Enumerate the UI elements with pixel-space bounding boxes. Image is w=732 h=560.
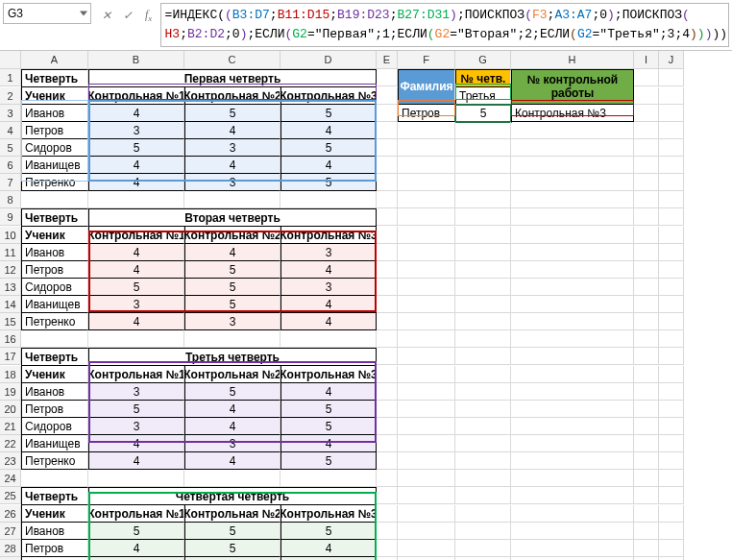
cell-F14[interactable] [398, 296, 455, 313]
cancel-icon[interactable]: ✕ [97, 6, 116, 25]
cell-C8[interactable] [184, 191, 281, 208]
cell-H21[interactable] [511, 418, 634, 435]
col-header-G[interactable]: G [455, 51, 511, 69]
cell-D24[interactable] [281, 470, 377, 487]
cell-H20[interactable] [511, 401, 634, 418]
cell-A10[interactable]: Ученик [21, 227, 88, 244]
cell-J9[interactable] [659, 208, 684, 226]
cell-G28[interactable] [455, 540, 511, 557]
cell-E23[interactable] [377, 452, 398, 470]
cell-G3[interactable]: 5 [455, 105, 511, 122]
cell-J3[interactable] [659, 105, 684, 122]
cell-H3[interactable]: Контрольная №3 [511, 105, 634, 122]
cell-I4[interactable] [634, 122, 659, 139]
cell-I22[interactable] [634, 435, 659, 452]
row-header-7[interactable]: 7 [0, 174, 21, 191]
cell-B20[interactable]: 5 [88, 401, 184, 418]
cell-A25[interactable]: Четверть [21, 487, 88, 505]
cell-D11[interactable]: 3 [281, 244, 377, 261]
row-header-26[interactable]: 26 [0, 505, 21, 523]
cell-H13[interactable] [511, 279, 634, 296]
cell-H27[interactable] [511, 523, 634, 540]
cell-I10[interactable] [634, 227, 659, 244]
cell-A3[interactable]: Иванов [21, 105, 88, 122]
cell-J10[interactable] [659, 227, 684, 244]
cell-A2[interactable]: Ученик [21, 87, 88, 105]
cell-I8[interactable] [634, 191, 659, 208]
cell-E14[interactable] [377, 296, 398, 313]
cell-E24[interactable] [377, 470, 398, 487]
row-header-4[interactable]: 4 [0, 122, 21, 139]
cell-I3[interactable] [634, 105, 659, 122]
cell-G26[interactable] [455, 505, 511, 523]
cell-E17[interactable] [377, 348, 398, 365]
cell-J7[interactable] [659, 174, 684, 191]
cell-B19[interactable]: 3 [88, 383, 184, 401]
cell-C11[interactable]: 4 [184, 244, 281, 261]
fx-icon[interactable]: fx [139, 6, 159, 25]
cell-H19[interactable] [511, 383, 634, 401]
col-header-A[interactable]: A [21, 51, 88, 69]
cell-I11[interactable] [634, 244, 659, 261]
cell-A17[interactable]: Четверть [21, 348, 88, 366]
cell-F22[interactable] [398, 435, 455, 452]
cell-J6[interactable] [659, 157, 684, 174]
cell-D22[interactable]: 4 [281, 435, 377, 452]
cell-J2[interactable] [659, 87, 684, 105]
cell-E9[interactable] [377, 208, 398, 226]
cell-G27[interactable] [455, 523, 511, 540]
cell-D28[interactable]: 4 [281, 540, 377, 557]
cell-B24[interactable] [88, 470, 184, 487]
row-header-20[interactable]: 20 [0, 401, 21, 418]
cell-I7[interactable] [634, 174, 659, 191]
cell-H11[interactable] [511, 244, 634, 261]
cell-H8[interactable] [511, 191, 634, 208]
cell-B25[interactable]: Четвертая четверть [88, 487, 377, 505]
cell-C27[interactable]: 5 [184, 523, 281, 540]
cell-G16[interactable] [455, 330, 511, 348]
cell-D3[interactable]: 5 [281, 105, 377, 122]
cell-A7[interactable]: Петренко [21, 174, 88, 191]
cell-B27[interactable]: 5 [88, 523, 184, 540]
cell-J19[interactable] [659, 383, 684, 401]
cell-J23[interactable] [659, 452, 684, 470]
cell-E28[interactable] [377, 540, 398, 557]
cell-I23[interactable] [634, 452, 659, 470]
cell-F17[interactable] [398, 348, 455, 365]
cell-B13[interactable]: 5 [88, 279, 184, 296]
cell-I28[interactable] [634, 540, 659, 557]
cell-G14[interactable] [455, 296, 511, 313]
cell-F21[interactable] [398, 418, 455, 435]
cell-C22[interactable]: 3 [184, 435, 281, 452]
row-header-11[interactable]: 11 [0, 244, 21, 261]
cell-J27[interactable] [659, 523, 684, 540]
cell-C13[interactable]: 5 [184, 279, 281, 296]
cell-F8[interactable] [398, 191, 455, 208]
cell-C6[interactable]: 4 [184, 157, 281, 174]
cell-A12[interactable]: Петров [21, 261, 88, 279]
col-header-D[interactable]: D [281, 51, 377, 69]
cell-G24[interactable] [455, 470, 511, 487]
cell-I21[interactable] [634, 418, 659, 435]
cell-G19[interactable] [455, 383, 511, 401]
cell-C3[interactable]: 5 [184, 105, 281, 122]
cell-A11[interactable]: Иванов [21, 244, 88, 261]
cell-E19[interactable] [377, 383, 398, 401]
cell-D12[interactable]: 4 [281, 261, 377, 279]
cell-D16[interactable] [281, 330, 377, 348]
cell-A20[interactable]: Петров [21, 401, 88, 418]
row-header-2[interactable]: 2 [0, 87, 21, 105]
cell-G22[interactable] [455, 435, 511, 452]
cell-C24[interactable] [184, 470, 281, 487]
cell-G17[interactable] [455, 348, 511, 365]
cell-B5[interactable]: 5 [88, 139, 184, 157]
cell-H10[interactable] [511, 227, 634, 244]
cell-E1[interactable] [377, 69, 398, 86]
cell-H17[interactable] [511, 348, 634, 365]
cell-E21[interactable] [377, 418, 398, 435]
cell-E20[interactable] [377, 401, 398, 418]
cell-F28[interactable] [398, 540, 455, 557]
cell-G2[interactable]: Третья [455, 87, 511, 105]
cell-G15[interactable] [455, 313, 511, 330]
cell-F25[interactable] [398, 487, 455, 504]
